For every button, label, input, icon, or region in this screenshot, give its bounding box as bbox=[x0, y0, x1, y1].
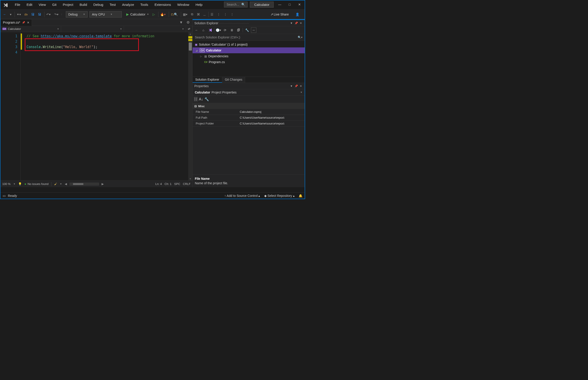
drag-handle-icon[interactable]: ·································· bbox=[218, 21, 289, 25]
save-button[interactable]: 🖫 bbox=[30, 12, 36, 17]
back-button[interactable]: ← bbox=[194, 27, 199, 33]
switch-views-button[interactable] bbox=[207, 27, 213, 33]
solution-explorer-header[interactable]: Solution Explorer ······················… bbox=[193, 20, 305, 26]
menu-extensions[interactable]: Extensions bbox=[151, 1, 174, 8]
uncomment-button[interactable]: ⋮ bbox=[229, 12, 235, 17]
tab-git-changes[interactable]: Git Changes bbox=[222, 77, 245, 83]
add-to-source-control-button[interactable]: ↑ Add to Source Control ▴ bbox=[224, 194, 260, 198]
tree-project-node[interactable]: ◢ C# Calculator bbox=[193, 47, 305, 53]
horizontal-scrollbar[interactable] bbox=[70, 183, 99, 185]
platform-dropdown[interactable]: Any CPU▼ bbox=[90, 11, 122, 18]
toolbar-icon[interactable]: ⧉ bbox=[190, 11, 195, 17]
scroll-right-icon[interactable]: ▶ bbox=[102, 182, 104, 186]
alphabetical-button[interactable]: A↓ bbox=[199, 97, 203, 101]
nav-project-dropdown[interactable]: C# Calculator ▼ bbox=[0, 26, 61, 32]
collapse-all-button[interactable]: 🗏 bbox=[229, 27, 235, 33]
undo-button[interactable]: ↶▾ bbox=[44, 12, 52, 17]
split-editor-button[interactable]: ⇄ bbox=[186, 26, 192, 32]
scroll-left-icon[interactable]: ◀ bbox=[65, 182, 67, 186]
history-button[interactable]: 🕘▾ bbox=[216, 27, 221, 33]
chevron-down-icon[interactable]: ▼ bbox=[60, 183, 62, 185]
nav-forward-button[interactable]: ▾ bbox=[9, 12, 13, 17]
menu-help[interactable]: Help bbox=[192, 1, 206, 8]
tree-dependencies-node[interactable]: ▷ ▦ Dependencies bbox=[193, 53, 305, 59]
menu-file[interactable]: File bbox=[12, 1, 23, 8]
document-tab-program[interactable]: Program.cs* 📌 ✕ bbox=[0, 19, 32, 26]
menu-test[interactable]: Test bbox=[107, 1, 119, 8]
properties-header[interactable]: Properties ▼ 📌 ✕ bbox=[193, 83, 305, 89]
close-icon[interactable]: ✕ bbox=[299, 21, 303, 25]
indent-button[interactable]: ☰ bbox=[208, 12, 215, 17]
properties-button[interactable]: 🔧 bbox=[244, 27, 250, 33]
account-button[interactable]: 👤 bbox=[294, 12, 301, 17]
solution-explorer-search[interactable]: Search Solution Explorer (Ctrl+;) 🔍▾ bbox=[193, 34, 305, 41]
property-pages-button[interactable]: 🔧 bbox=[204, 97, 209, 101]
output-window-icon[interactable]: ▭ bbox=[3, 194, 6, 198]
live-share-button[interactable]: ↗ Live Share bbox=[269, 12, 290, 17]
issues-indicator[interactable]: ● No issues found bbox=[24, 182, 49, 186]
select-repository-button[interactable]: ◆ Select Repository ▴ bbox=[264, 194, 295, 198]
chevron-down-icon[interactable]: ▼ bbox=[289, 84, 294, 88]
redo-button[interactable]: ↷▾ bbox=[53, 12, 60, 17]
window-minimize-button[interactable]: — bbox=[276, 1, 284, 8]
start-debugging-button[interactable]: ▶ Calculator ▼ bbox=[125, 12, 150, 16]
code-content[interactable]: // See https://aka.ms/new-console-templa… bbox=[22, 32, 188, 180]
solution-tree[interactable]: ▣ Solution 'Calculator' (1 of 1 project)… bbox=[193, 41, 305, 77]
property-row[interactable]: Full PathC:\Users\UserName\source\repos\ bbox=[193, 115, 305, 121]
tree-solution-node[interactable]: ▣ Solution 'Calculator' (1 of 1 project) bbox=[193, 41, 305, 47]
config-dropdown[interactable]: Debug▼ bbox=[66, 11, 88, 18]
collapse-arrow-icon[interactable]: ◢ bbox=[196, 49, 198, 52]
quick-search[interactable]: Search... 🔍 bbox=[224, 1, 248, 7]
start-without-debugging-button[interactable]: ▷ bbox=[151, 12, 156, 17]
menu-debug[interactable]: Debug bbox=[90, 1, 107, 8]
vertical-scrollbar[interactable]: ▲ ▼ bbox=[188, 32, 192, 180]
chevron-down-icon[interactable]: ▼ bbox=[13, 183, 16, 185]
find-in-files-button[interactable]: 🗀🔍 bbox=[169, 12, 179, 17]
pin-icon[interactable]: 📌 bbox=[294, 21, 299, 25]
refresh-button[interactable]: ⟳ bbox=[222, 27, 228, 33]
window-close-button[interactable]: ✕ bbox=[296, 1, 303, 8]
toolbar-icon[interactable]: ▦▾ bbox=[181, 12, 189, 17]
menu-git[interactable]: Git bbox=[49, 1, 59, 8]
comment-button[interactable]: ⋮ bbox=[222, 12, 228, 17]
tabstrip-chevron-down-icon[interactable]: ▼ bbox=[178, 20, 185, 24]
close-icon[interactable]: ✕ bbox=[27, 21, 29, 24]
window-maximize-button[interactable]: □ bbox=[286, 1, 294, 8]
menu-window[interactable]: Window bbox=[174, 1, 192, 8]
outdent-button[interactable]: ⋮ bbox=[216, 12, 221, 17]
chevron-down-icon[interactable]: ▼ bbox=[289, 21, 294, 25]
expand-arrow-icon[interactable]: ▷ bbox=[200, 55, 203, 57]
menu-tools[interactable]: Tools bbox=[137, 1, 151, 8]
open-file-button[interactable]: 🗁 bbox=[23, 12, 29, 17]
home-button[interactable]: ⌂ bbox=[201, 27, 206, 33]
toolbar-icon[interactable]: ⎵ bbox=[202, 12, 207, 17]
categorized-button[interactable]: ☷ bbox=[194, 97, 198, 102]
property-row[interactable]: File NameCalculator.csproj bbox=[193, 109, 305, 115]
intellisense-icon[interactable]: 💡 bbox=[18, 182, 22, 186]
menu-build[interactable]: Build bbox=[76, 1, 90, 8]
tree-file-node[interactable]: C# Program.cs bbox=[193, 59, 305, 65]
properties-object-selector[interactable]: CalculatorProject Properties ▼ bbox=[193, 89, 305, 95]
preview-button[interactable]: ↔ bbox=[251, 27, 256, 33]
nav-member-dropdown[interactable]: ▼ bbox=[124, 26, 186, 32]
pin-icon[interactable]: 📌 bbox=[22, 21, 25, 24]
zoom-level[interactable]: 100 % bbox=[2, 182, 11, 186]
toolbar-icon[interactable]: ⌘ bbox=[196, 12, 201, 17]
pin-icon[interactable]: 📌 bbox=[294, 84, 299, 88]
tab-solution-explorer[interactable]: Solution Explorer bbox=[193, 77, 222, 83]
new-item-button[interactable]: ✦▾ bbox=[15, 12, 22, 17]
menu-edit[interactable]: Edit bbox=[23, 1, 36, 8]
line-ending-mode[interactable]: CRLF bbox=[183, 182, 190, 186]
close-icon[interactable]: ✕ bbox=[299, 84, 303, 88]
menu-analyze[interactable]: Analyze bbox=[119, 1, 137, 8]
brush-icon[interactable]: 🖌 bbox=[54, 182, 57, 186]
nav-type-dropdown[interactable]: ▼ bbox=[61, 26, 124, 32]
text-editor[interactable]: 1 2 3 4 // See https://aka.ms/new-consol… bbox=[0, 32, 192, 180]
save-all-button[interactable]: 🖫 bbox=[37, 12, 42, 17]
hot-reload-button[interactable]: 🔥▾ bbox=[158, 12, 167, 17]
notifications-icon[interactable]: 🔔 bbox=[299, 194, 302, 198]
menu-view[interactable]: View bbox=[36, 1, 49, 8]
menu-project[interactable]: Project bbox=[59, 1, 76, 8]
property-row[interactable]: Project FolderC:\Users\UserName\source\r… bbox=[193, 121, 305, 127]
tabstrip-gear-icon[interactable]: ⚙ bbox=[185, 20, 191, 24]
